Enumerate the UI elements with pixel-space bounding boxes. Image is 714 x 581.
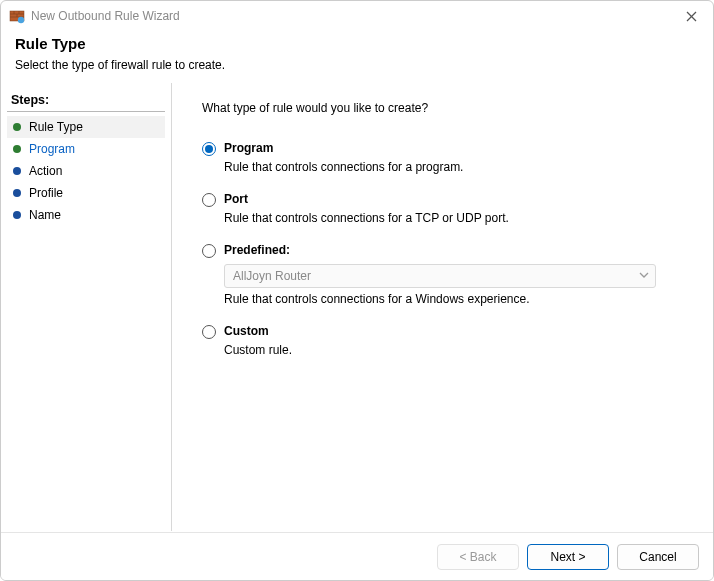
step-bullet-icon: [13, 189, 21, 197]
option-desc: Rule that controls connections for a pro…: [224, 160, 685, 174]
radio-port[interactable]: [202, 193, 216, 207]
radio-predefined[interactable]: [202, 244, 216, 258]
step-bullet-icon: [13, 167, 21, 175]
step-bullet-icon: [13, 145, 21, 153]
option-desc: Rule that controls connections for a TCP…: [224, 211, 685, 225]
step-name[interactable]: Name: [7, 204, 165, 226]
step-label: Action: [29, 164, 62, 178]
steps-sidebar: Steps: Rule Type Program Action Profile …: [1, 83, 171, 531]
step-action[interactable]: Action: [7, 160, 165, 182]
option-label: Port: [224, 192, 248, 206]
steps-heading: Steps:: [7, 91, 165, 112]
option-label: Predefined:: [224, 243, 290, 257]
firewall-icon: [9, 8, 25, 24]
predefined-dropdown: AllJoyn Router: [224, 264, 656, 288]
page-title: Rule Type: [15, 35, 699, 52]
next-button[interactable]: Next >: [527, 544, 609, 570]
main-content: What type of rule would you like to crea…: [172, 83, 713, 531]
step-label: Program: [29, 142, 75, 156]
dropdown-selected: AllJoyn Router: [233, 269, 311, 283]
close-icon: [686, 11, 697, 22]
option-program[interactable]: Program: [202, 141, 685, 156]
option-label: Program: [224, 141, 273, 155]
option-label: Custom: [224, 324, 269, 338]
option-port[interactable]: Port: [202, 192, 685, 207]
step-profile[interactable]: Profile: [7, 182, 165, 204]
step-rule-type[interactable]: Rule Type: [7, 116, 165, 138]
step-bullet-icon: [13, 123, 21, 131]
cancel-button[interactable]: Cancel: [617, 544, 699, 570]
option-predefined[interactable]: Predefined:: [202, 243, 685, 258]
page-subtitle: Select the type of firewall rule to crea…: [15, 58, 699, 72]
step-label: Name: [29, 208, 61, 222]
option-desc: Custom rule.: [224, 343, 685, 357]
chevron-down-icon: [639, 269, 649, 283]
radio-custom[interactable]: [202, 325, 216, 339]
step-bullet-icon: [13, 211, 21, 219]
option-custom[interactable]: Custom: [202, 324, 685, 339]
step-program[interactable]: Program: [7, 138, 165, 160]
back-button: < Back: [437, 544, 519, 570]
svg-point-6: [18, 17, 24, 23]
step-label: Profile: [29, 186, 63, 200]
wizard-footer: < Back Next > Cancel: [1, 532, 713, 580]
radio-program[interactable]: [202, 142, 216, 156]
step-label: Rule Type: [29, 120, 83, 134]
question-text: What type of rule would you like to crea…: [202, 101, 685, 115]
wizard-header: Rule Type Select the type of firewall ru…: [1, 31, 713, 82]
titlebar: New Outbound Rule Wizard: [1, 1, 713, 31]
window-title: New Outbound Rule Wizard: [31, 9, 180, 23]
option-desc: Rule that controls connections for a Win…: [224, 292, 685, 306]
close-button[interactable]: [677, 6, 705, 26]
